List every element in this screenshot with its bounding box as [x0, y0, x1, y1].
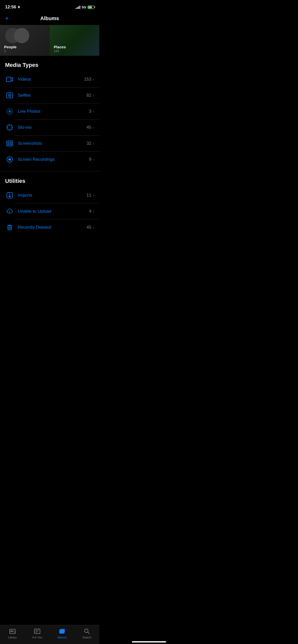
people-album-card[interactable]: People 1	[0, 25, 50, 55]
screen-record-icon	[5, 155, 14, 164]
recently-deleted-count: 45	[87, 225, 91, 230]
slomo-item[interactable]: Slo-mo 45 ›	[0, 120, 99, 135]
status-time: 12:56	[5, 5, 20, 10]
page-title: Albums	[40, 16, 59, 21]
status-bar: 12:56 5G ⚡	[0, 0, 99, 13]
people-album-count: 1	[4, 49, 17, 53]
imports-label: Imports	[18, 193, 87, 198]
recently-deleted-item[interactable]: Recently Deleted 45 ›	[0, 219, 99, 235]
slomo-chevron: ›	[93, 125, 94, 130]
selfies-label: Selfies	[18, 93, 87, 98]
live-photos-chevron: ›	[93, 109, 94, 114]
location-icon	[17, 6, 20, 9]
signal-bar-3	[78, 6, 79, 9]
imports-right: 11 ›	[87, 193, 94, 198]
selfies-count: 82	[87, 93, 91, 98]
people-album-name: People	[4, 45, 17, 49]
places-album-name: Places	[54, 45, 66, 49]
upload-error-icon	[5, 207, 14, 216]
live-photos-count: 3	[89, 109, 91, 114]
selfies-right: 82 ›	[87, 93, 94, 98]
places-album-info: Places 193	[54, 45, 66, 53]
selfies-chevron: ›	[93, 93, 94, 98]
svg-point-6	[9, 111, 10, 112]
utilities-header: Utilities	[0, 172, 99, 187]
signal-bar-4	[79, 6, 80, 9]
recently-deleted-chevron: ›	[93, 225, 94, 230]
unable-to-upload-count: 4	[89, 209, 91, 214]
videos-count: 153	[84, 77, 91, 82]
svg-rect-0	[6, 77, 11, 82]
person-circle-2	[14, 28, 29, 43]
screenshots-count: 32	[87, 141, 91, 146]
videos-right: 153 ›	[84, 77, 94, 82]
screenshots-label: Screenshots	[18, 141, 87, 146]
svg-point-17	[9, 143, 10, 144]
svg-point-19	[8, 158, 11, 161]
unable-to-upload-right: 4 ›	[89, 209, 94, 214]
videos-chevron: ›	[93, 77, 94, 82]
unable-to-upload-item[interactable]: Unable to Upload 4 ›	[0, 203, 99, 219]
live-photos-label: Live Photos	[18, 109, 89, 114]
live-photo-icon	[5, 107, 14, 116]
screenshots-item[interactable]: Screenshots 32 ›	[0, 136, 99, 151]
battery-body: ⚡	[88, 6, 94, 9]
trash-icon	[5, 223, 14, 232]
status-icons: 5G ⚡	[76, 5, 94, 9]
signal-bar-2	[77, 7, 78, 9]
svg-line-13	[11, 129, 12, 130]
screen-recordings-count: 9	[89, 157, 91, 162]
svg-rect-16	[7, 141, 13, 146]
battery-bolt: ⚡	[89, 6, 91, 8]
videos-label: Videos	[18, 77, 84, 82]
slomo-icon	[5, 123, 14, 132]
screenshots-right: 32 ›	[87, 141, 94, 146]
imports-chevron: ›	[93, 193, 94, 198]
places-album-count: 193	[54, 49, 66, 53]
screen-recordings-right: 9 ›	[89, 157, 94, 162]
live-photos-right: 3 ›	[89, 109, 94, 114]
main-content: People 1 Places 193 Media Types Videos 1…	[0, 25, 99, 261]
signal-bar-1	[76, 8, 76, 9]
places-album-card[interactable]: Places 193	[50, 25, 99, 55]
people-album-info: People 1	[4, 45, 17, 53]
nav-bar: + Albums	[0, 13, 99, 25]
recently-deleted-label: Recently Deleted	[18, 225, 87, 230]
unable-to-upload-chevron: ›	[93, 209, 94, 214]
slomo-count: 45	[87, 125, 91, 130]
people-places-section: People 1 Places 193	[0, 25, 99, 55]
battery-indicator: ⚡	[88, 6, 94, 9]
selfies-item[interactable]: Selfies 82 ›	[0, 87, 99, 103]
selfie-icon	[5, 91, 14, 100]
signal-bars	[76, 6, 80, 9]
slomo-right: 45 ›	[87, 125, 94, 130]
media-types-header: Media Types	[0, 56, 99, 71]
unable-to-upload-label: Unable to Upload	[18, 209, 89, 214]
screenshot-icon	[5, 139, 14, 148]
import-icon	[5, 191, 14, 200]
svg-line-15	[8, 129, 8, 130]
svg-point-3	[9, 95, 10, 96]
screen-recordings-chevron: ›	[93, 157, 94, 162]
screen-recordings-item[interactable]: Screen Recordings 9 ›	[0, 152, 99, 167]
battery-fill: ⚡	[88, 6, 92, 8]
videos-item[interactable]: Videos 153 ›	[0, 71, 99, 87]
add-album-button[interactable]: +	[5, 15, 9, 22]
recently-deleted-right: 45 ›	[87, 225, 94, 230]
video-icon	[5, 75, 14, 84]
svg-line-12	[8, 125, 8, 126]
svg-line-14	[11, 125, 12, 126]
slomo-label: Slo-mo	[18, 125, 87, 130]
imports-item[interactable]: Imports 11 ›	[0, 187, 99, 203]
network-type: 5G	[82, 5, 86, 9]
imports-count: 11	[87, 193, 91, 198]
screen-recordings-label: Screen Recordings	[18, 157, 89, 162]
screenshots-chevron: ›	[93, 141, 94, 146]
live-photos-item[interactable]: Live Photos 3 ›	[0, 104, 99, 119]
svg-point-22	[9, 214, 10, 214]
